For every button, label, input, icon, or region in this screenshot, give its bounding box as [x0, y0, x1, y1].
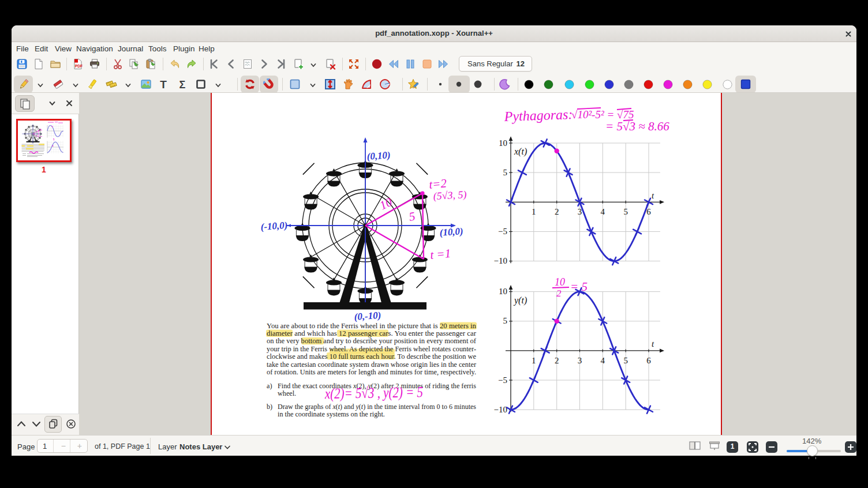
- svg-text:y(t): y(t): [513, 295, 527, 306]
- svg-text:of rotation. Units are meters: of rotation. Units are meters for length…: [267, 368, 476, 376]
- svg-text:4: 4: [601, 207, 605, 216]
- svg-text:6: 6: [646, 207, 651, 216]
- svg-text:wheel.: wheel.: [278, 389, 296, 397]
- svg-text:b): b): [267, 403, 272, 411]
- svg-text:PDF: PDF: [75, 64, 83, 68]
- svg-text:(10,0): (10,0): [439, 226, 463, 238]
- svg-text:5: 5: [503, 168, 508, 177]
- svg-text:on the very bottom and try to: on the very bottom and try to describe y…: [267, 337, 477, 345]
- svg-text:2: 2: [555, 356, 559, 365]
- svg-text:x(t): x(t): [514, 147, 527, 157]
- svg-text:x(2)= 5√3 , y(2) = 5: x(2)= 5√3 , y(2) = 5: [324, 384, 423, 402]
- svg-text:Draw the graphs of x(t) and y(: Draw the graphs of x(t) and y(t) in the …: [278, 403, 476, 411]
- svg-text:clockwise and makes 10 full tu: clockwise and makes 10 full turns each h…: [267, 352, 476, 361]
- svg-text:= 5√3 ≈ 8.66: = 5√3 ≈ 8.66: [605, 119, 669, 133]
- svg-text:5: 5: [503, 316, 508, 325]
- svg-text:10: 10: [499, 138, 507, 148]
- svg-text:= 5: = 5: [570, 280, 588, 294]
- svg-text:1: 1: [532, 356, 536, 365]
- svg-text:−5: −5: [498, 227, 507, 236]
- svg-text:5: 5: [623, 207, 628, 216]
- svg-text:T: T: [160, 78, 167, 90]
- svg-text:4: 4: [601, 356, 605, 365]
- svg-text:−10: −10: [494, 405, 507, 414]
- svg-text:(-10,0): (-10,0): [260, 220, 288, 232]
- svg-text:a): a): [267, 382, 272, 390]
- svg-text:diameter and which has 12 pass: diameter and which has 12 passenger cars…: [267, 329, 476, 337]
- svg-text:t: t: [652, 191, 654, 200]
- svg-text:10: 10: [555, 276, 565, 288]
- svg-text:(0,10): (0,10): [366, 149, 391, 162]
- svg-text:1: 1: [532, 207, 536, 216]
- svg-text:You are about to ride the Ferr: You are about to ride the Ferris wheel i…: [267, 322, 476, 330]
- svg-text:−10: −10: [494, 256, 507, 265]
- svg-text:(5√3, 5): (5√3, 5): [433, 189, 467, 202]
- svg-text:Pythagoras:: Pythagoras:: [503, 107, 573, 124]
- svg-text:10: 10: [499, 287, 507, 296]
- svg-text:t: t: [652, 339, 654, 348]
- svg-text:6: 6: [646, 356, 651, 365]
- svg-text:(0,-10): (0,-10): [354, 310, 381, 322]
- svg-text:t =1: t =1: [429, 246, 451, 262]
- svg-text:2: 2: [555, 207, 559, 216]
- svg-text:take the cartesian coordinate: take the cartesian coordinate system dra…: [267, 361, 476, 369]
- svg-text:2: 2: [556, 288, 562, 299]
- svg-text:5: 5: [408, 209, 417, 223]
- svg-text:5: 5: [623, 356, 628, 365]
- svg-text:your trip in the Ferris wheel.: your trip in the Ferris wheel. As depict…: [267, 345, 476, 353]
- svg-text:√10²-5² = √75: √10²-5² = √75: [571, 108, 634, 121]
- svg-text:Σ: Σ: [179, 79, 185, 91]
- svg-text:3: 3: [578, 356, 582, 365]
- svg-text:in the coordinate systems on t: in the coordinate systems on the right.: [278, 410, 385, 418]
- svg-text:−5: −5: [498, 376, 507, 385]
